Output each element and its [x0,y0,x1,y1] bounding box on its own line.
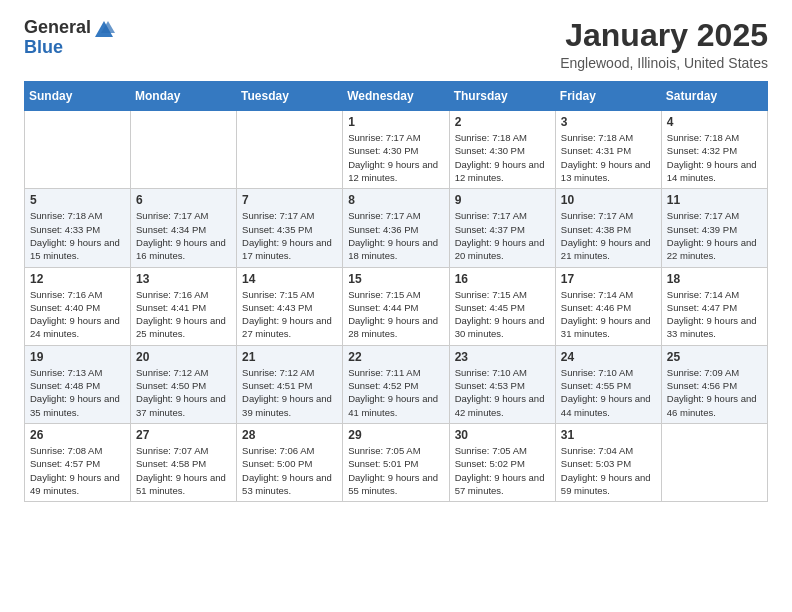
calendar-day-cell [661,423,767,501]
calendar-day-cell: 5Sunrise: 7:18 AM Sunset: 4:33 PM Daylig… [25,189,131,267]
calendar-day-cell: 27Sunrise: 7:07 AM Sunset: 4:58 PM Dayli… [131,423,237,501]
calendar-day-cell: 7Sunrise: 7:17 AM Sunset: 4:35 PM Daylig… [237,189,343,267]
calendar-table: SundayMondayTuesdayWednesdayThursdayFrid… [24,81,768,502]
day-info: Sunrise: 7:18 AM Sunset: 4:33 PM Dayligh… [30,209,125,262]
calendar-day-cell: 28Sunrise: 7:06 AM Sunset: 5:00 PM Dayli… [237,423,343,501]
calendar-day-header: Tuesday [237,82,343,111]
day-number: 21 [242,350,337,364]
calendar-week-row: 26Sunrise: 7:08 AM Sunset: 4:57 PM Dayli… [25,423,768,501]
day-number: 11 [667,193,762,207]
day-number: 2 [455,115,550,129]
day-info: Sunrise: 7:10 AM Sunset: 4:53 PM Dayligh… [455,366,550,419]
day-info: Sunrise: 7:14 AM Sunset: 4:46 PM Dayligh… [561,288,656,341]
day-info: Sunrise: 7:17 AM Sunset: 4:39 PM Dayligh… [667,209,762,262]
calendar-week-row: 1Sunrise: 7:17 AM Sunset: 4:30 PM Daylig… [25,111,768,189]
calendar-day-cell: 22Sunrise: 7:11 AM Sunset: 4:52 PM Dayli… [343,345,449,423]
calendar-day-header: Saturday [661,82,767,111]
calendar-day-cell: 20Sunrise: 7:12 AM Sunset: 4:50 PM Dayli… [131,345,237,423]
day-number: 28 [242,428,337,442]
month-title: January 2025 [560,18,768,53]
day-info: Sunrise: 7:17 AM Sunset: 4:38 PM Dayligh… [561,209,656,262]
calendar-day-cell: 13Sunrise: 7:16 AM Sunset: 4:41 PM Dayli… [131,267,237,345]
day-number: 9 [455,193,550,207]
day-info: Sunrise: 7:07 AM Sunset: 4:58 PM Dayligh… [136,444,231,497]
logo-general-text: General [24,18,91,38]
calendar-day-cell: 29Sunrise: 7:05 AM Sunset: 5:01 PM Dayli… [343,423,449,501]
day-info: Sunrise: 7:17 AM Sunset: 4:30 PM Dayligh… [348,131,443,184]
day-info: Sunrise: 7:12 AM Sunset: 4:51 PM Dayligh… [242,366,337,419]
day-info: Sunrise: 7:17 AM Sunset: 4:35 PM Dayligh… [242,209,337,262]
day-info: Sunrise: 7:09 AM Sunset: 4:56 PM Dayligh… [667,366,762,419]
day-number: 18 [667,272,762,286]
title-area: January 2025 Englewood, Illinois, United… [560,18,768,71]
day-info: Sunrise: 7:18 AM Sunset: 4:32 PM Dayligh… [667,131,762,184]
calendar-day-cell: 12Sunrise: 7:16 AM Sunset: 4:40 PM Dayli… [25,267,131,345]
day-info: Sunrise: 7:05 AM Sunset: 5:01 PM Dayligh… [348,444,443,497]
day-info: Sunrise: 7:17 AM Sunset: 4:34 PM Dayligh… [136,209,231,262]
day-info: Sunrise: 7:04 AM Sunset: 5:03 PM Dayligh… [561,444,656,497]
day-info: Sunrise: 7:16 AM Sunset: 4:40 PM Dayligh… [30,288,125,341]
calendar-day-cell: 17Sunrise: 7:14 AM Sunset: 4:46 PM Dayli… [555,267,661,345]
calendar-day-cell [25,111,131,189]
calendar-week-row: 19Sunrise: 7:13 AM Sunset: 4:48 PM Dayli… [25,345,768,423]
calendar-day-cell: 19Sunrise: 7:13 AM Sunset: 4:48 PM Dayli… [25,345,131,423]
day-info: Sunrise: 7:18 AM Sunset: 4:30 PM Dayligh… [455,131,550,184]
calendar-day-header: Monday [131,82,237,111]
day-number: 20 [136,350,231,364]
day-number: 12 [30,272,125,286]
calendar-page: General Blue January 2025 Englewood, Ill… [0,0,792,502]
day-info: Sunrise: 7:14 AM Sunset: 4:47 PM Dayligh… [667,288,762,341]
calendar-day-cell: 16Sunrise: 7:15 AM Sunset: 4:45 PM Dayli… [449,267,555,345]
calendar-day-cell: 25Sunrise: 7:09 AM Sunset: 4:56 PM Dayli… [661,345,767,423]
logo-blue-text: Blue [24,38,115,58]
calendar-day-cell: 10Sunrise: 7:17 AM Sunset: 4:38 PM Dayli… [555,189,661,267]
calendar-day-cell: 4Sunrise: 7:18 AM Sunset: 4:32 PM Daylig… [661,111,767,189]
calendar-week-row: 5Sunrise: 7:18 AM Sunset: 4:33 PM Daylig… [25,189,768,267]
calendar-day-header: Sunday [25,82,131,111]
day-info: Sunrise: 7:06 AM Sunset: 5:00 PM Dayligh… [242,444,337,497]
page-header: General Blue January 2025 Englewood, Ill… [0,0,792,81]
day-number: 5 [30,193,125,207]
day-number: 31 [561,428,656,442]
day-info: Sunrise: 7:17 AM Sunset: 4:37 PM Dayligh… [455,209,550,262]
day-number: 19 [30,350,125,364]
day-number: 13 [136,272,231,286]
day-number: 26 [30,428,125,442]
calendar-day-cell [131,111,237,189]
calendar-day-header: Thursday [449,82,555,111]
calendar-day-header: Wednesday [343,82,449,111]
day-number: 16 [455,272,550,286]
calendar-day-cell: 6Sunrise: 7:17 AM Sunset: 4:34 PM Daylig… [131,189,237,267]
day-number: 3 [561,115,656,129]
day-number: 1 [348,115,443,129]
calendar-week-row: 12Sunrise: 7:16 AM Sunset: 4:40 PM Dayli… [25,267,768,345]
calendar-day-header: Friday [555,82,661,111]
day-info: Sunrise: 7:17 AM Sunset: 4:36 PM Dayligh… [348,209,443,262]
calendar-day-cell: 30Sunrise: 7:05 AM Sunset: 5:02 PM Dayli… [449,423,555,501]
day-number: 25 [667,350,762,364]
day-number: 4 [667,115,762,129]
day-info: Sunrise: 7:15 AM Sunset: 4:43 PM Dayligh… [242,288,337,341]
calendar-day-cell: 18Sunrise: 7:14 AM Sunset: 4:47 PM Dayli… [661,267,767,345]
day-number: 22 [348,350,443,364]
calendar-day-cell: 8Sunrise: 7:17 AM Sunset: 4:36 PM Daylig… [343,189,449,267]
calendar-day-cell: 11Sunrise: 7:17 AM Sunset: 4:39 PM Dayli… [661,189,767,267]
calendar-day-cell: 15Sunrise: 7:15 AM Sunset: 4:44 PM Dayli… [343,267,449,345]
day-number: 24 [561,350,656,364]
day-info: Sunrise: 7:18 AM Sunset: 4:31 PM Dayligh… [561,131,656,184]
day-number: 23 [455,350,550,364]
calendar-day-cell [237,111,343,189]
day-info: Sunrise: 7:05 AM Sunset: 5:02 PM Dayligh… [455,444,550,497]
day-info: Sunrise: 7:12 AM Sunset: 4:50 PM Dayligh… [136,366,231,419]
calendar-day-cell: 23Sunrise: 7:10 AM Sunset: 4:53 PM Dayli… [449,345,555,423]
day-number: 27 [136,428,231,442]
calendar-day-cell: 14Sunrise: 7:15 AM Sunset: 4:43 PM Dayli… [237,267,343,345]
day-number: 8 [348,193,443,207]
day-number: 7 [242,193,337,207]
location-subtitle: Englewood, Illinois, United States [560,55,768,71]
day-info: Sunrise: 7:11 AM Sunset: 4:52 PM Dayligh… [348,366,443,419]
day-number: 6 [136,193,231,207]
day-number: 10 [561,193,656,207]
day-info: Sunrise: 7:08 AM Sunset: 4:57 PM Dayligh… [30,444,125,497]
day-info: Sunrise: 7:13 AM Sunset: 4:48 PM Dayligh… [30,366,125,419]
